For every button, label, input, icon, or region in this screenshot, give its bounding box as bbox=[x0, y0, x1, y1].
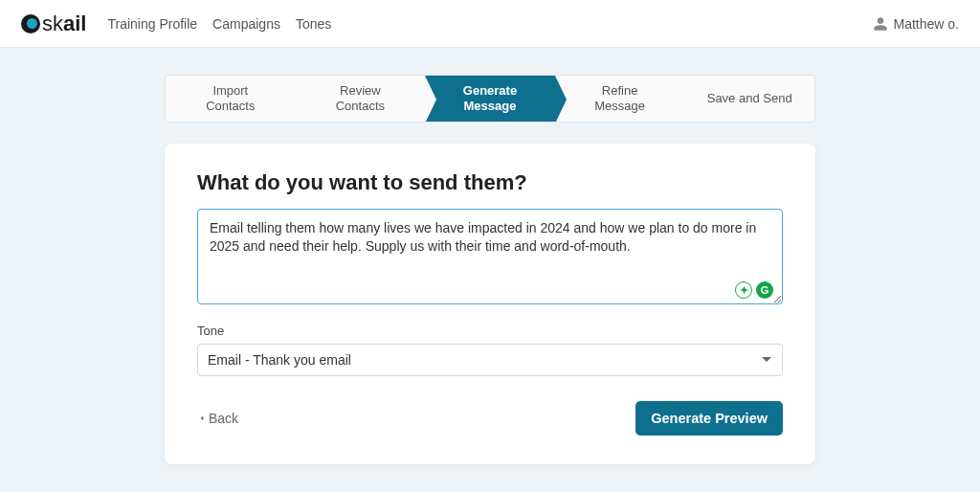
step-save-send[interactable]: Save and Send bbox=[684, 76, 814, 122]
user-icon bbox=[873, 16, 888, 32]
main-card-container: What do you want to send them? ✦ G Tone … bbox=[0, 144, 980, 464]
back-button-label: Back bbox=[209, 411, 238, 426]
nav-tones[interactable]: Tones bbox=[296, 16, 331, 32]
message-input-wrap: ✦ G bbox=[197, 209, 783, 308]
user-name: Matthew o. bbox=[894, 16, 959, 32]
tone-select-wrap: Email - Thank you email bbox=[197, 344, 783, 376]
step-refine-message[interactable]: Refine Message bbox=[555, 76, 685, 122]
tone-label: Tone bbox=[197, 324, 783, 338]
card-footer: Back Generate Preview bbox=[197, 401, 783, 436]
nav-training-profile[interactable]: Training Profile bbox=[107, 16, 197, 32]
user-menu[interactable]: Matthew o. bbox=[873, 16, 959, 32]
back-button[interactable]: Back bbox=[197, 411, 238, 426]
grammarly-icon[interactable]: G bbox=[756, 281, 773, 299]
page-title: What do you want to send them? bbox=[197, 170, 783, 195]
primary-nav: Training Profile Campaigns Tones bbox=[107, 16, 331, 32]
suggestion-bulb-icon[interactable]: ✦ bbox=[735, 281, 752, 299]
step-generate-message[interactable]: Generate Message bbox=[425, 76, 555, 122]
generate-preview-button[interactable]: Generate Preview bbox=[635, 401, 783, 436]
nav-left-group: skail Training Profile Campaigns Tones bbox=[21, 11, 331, 36]
textarea-helper-icons: ✦ G bbox=[735, 281, 773, 299]
logo-text-thin: sk bbox=[42, 11, 63, 36]
logo-text-bold: ail bbox=[63, 11, 86, 36]
tone-select[interactable]: Email - Thank you email bbox=[197, 344, 783, 376]
top-nav: skail Training Profile Campaigns Tones M… bbox=[0, 0, 980, 48]
nav-campaigns[interactable]: Campaigns bbox=[212, 16, 280, 32]
generate-message-card: What do you want to send them? ✦ G Tone … bbox=[165, 144, 815, 464]
logo-mark-icon bbox=[21, 14, 40, 34]
chevron-left-icon bbox=[197, 414, 207, 423]
step-review-contacts[interactable]: Review Contacts bbox=[296, 76, 426, 122]
progress-stepper: Import Contacts Review Contacts Generate… bbox=[165, 75, 815, 123]
brand-logo[interactable]: skail bbox=[21, 11, 86, 36]
step-import-contacts[interactable]: Import Contacts bbox=[166, 76, 296, 122]
stepper-container: Import Contacts Review Contacts Generate… bbox=[0, 75, 980, 123]
message-textarea[interactable] bbox=[197, 209, 783, 304]
